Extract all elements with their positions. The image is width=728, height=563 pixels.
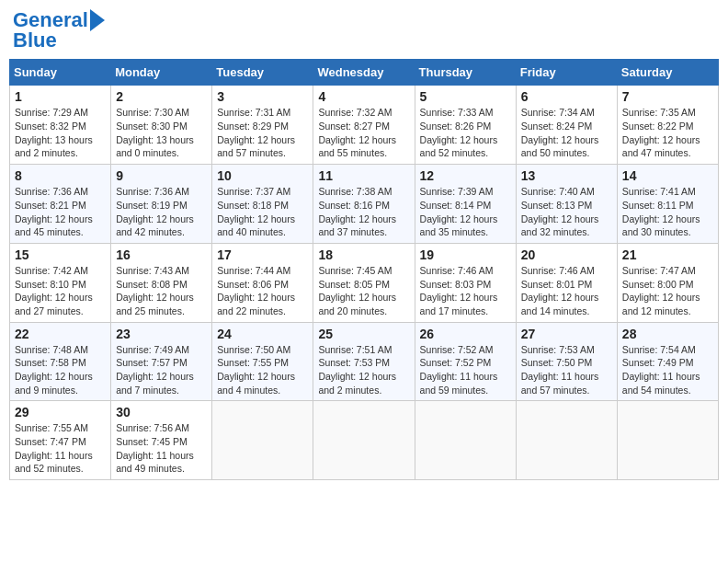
calendar-cell: 26 Sunrise: 7:52 AM Sunset: 7:52 PM Dayl… (415, 322, 516, 401)
day-number: 29 (15, 405, 106, 419)
day-number: 23 (116, 327, 207, 341)
day-number: 14 (622, 168, 713, 183)
cell-info: Sunrise: 7:48 AM Sunset: 7:58 PM Dayligh… (15, 343, 106, 397)
cell-info: Sunrise: 7:43 AM Sunset: 8:08 PM Dayligh… (116, 264, 207, 318)
day-number: 30 (116, 405, 207, 419)
day-number: 8 (15, 168, 106, 183)
page-header: General Blue (9, 9, 719, 52)
day-number: 18 (318, 247, 409, 262)
cell-info: Sunrise: 7:29 AM Sunset: 8:32 PM Dayligh… (15, 106, 106, 160)
calendar-cell: 14 Sunrise: 7:41 AM Sunset: 8:11 PM Dayl… (617, 165, 718, 244)
calendar-cell: 21 Sunrise: 7:47 AM Sunset: 8:00 PM Dayl… (617, 243, 718, 322)
cell-info: Sunrise: 7:37 AM Sunset: 8:18 PM Dayligh… (217, 185, 308, 239)
calendar-cell: 24 Sunrise: 7:50 AM Sunset: 7:55 PM Dayl… (212, 322, 313, 401)
day-number: 27 (521, 327, 612, 341)
calendar-cell: 22 Sunrise: 7:48 AM Sunset: 7:58 PM Dayl… (10, 322, 111, 401)
calendar-week-2: 8 Sunrise: 7:36 AM Sunset: 8:21 PM Dayli… (10, 165, 719, 244)
calendar-cell: 17 Sunrise: 7:44 AM Sunset: 8:06 PM Dayl… (212, 243, 313, 322)
day-number: 21 (622, 247, 713, 262)
calendar-cell: 15 Sunrise: 7:42 AM Sunset: 8:10 PM Dayl… (10, 243, 111, 322)
cell-info: Sunrise: 7:40 AM Sunset: 8:13 PM Dayligh… (521, 185, 612, 239)
cell-info: Sunrise: 7:50 AM Sunset: 7:55 PM Dayligh… (217, 343, 308, 397)
calendar-cell: 12 Sunrise: 7:39 AM Sunset: 8:14 PM Dayl… (415, 165, 516, 244)
calendar-week-4: 22 Sunrise: 7:48 AM Sunset: 7:58 PM Dayl… (10, 322, 719, 401)
calendar-cell (516, 401, 617, 480)
day-number: 17 (217, 247, 308, 262)
cell-info: Sunrise: 7:56 AM Sunset: 7:45 PM Dayligh… (116, 421, 207, 476)
calendar-week-1: 1 Sunrise: 7:29 AM Sunset: 8:32 PM Dayli… (10, 86, 719, 165)
cell-info: Sunrise: 7:55 AM Sunset: 7:47 PM Dayligh… (15, 421, 106, 476)
cell-info: Sunrise: 7:52 AM Sunset: 7:52 PM Dayligh… (420, 343, 511, 397)
logo-blue: Blue (13, 29, 105, 52)
calendar-cell: 18 Sunrise: 7:45 AM Sunset: 8:05 PM Dayl… (313, 243, 415, 322)
calendar-cell: 8 Sunrise: 7:36 AM Sunset: 8:21 PM Dayli… (10, 165, 111, 244)
calendar-cell: 2 Sunrise: 7:30 AM Sunset: 8:30 PM Dayli… (111, 86, 212, 165)
cell-info: Sunrise: 7:44 AM Sunset: 8:06 PM Dayligh… (217, 264, 308, 318)
cell-info: Sunrise: 7:32 AM Sunset: 8:27 PM Dayligh… (318, 106, 409, 160)
calendar-cell: 4 Sunrise: 7:32 AM Sunset: 8:27 PM Dayli… (313, 86, 415, 165)
day-number: 28 (622, 327, 713, 341)
day-number: 19 (420, 247, 511, 262)
day-number: 7 (622, 89, 713, 104)
cell-info: Sunrise: 7:38 AM Sunset: 8:16 PM Dayligh… (318, 185, 409, 239)
calendar-cell (313, 401, 415, 480)
calendar-cell: 29 Sunrise: 7:55 AM Sunset: 7:47 PM Dayl… (10, 401, 111, 480)
day-number: 20 (521, 247, 612, 262)
calendar-cell: 30 Sunrise: 7:56 AM Sunset: 7:45 PM Dayl… (111, 401, 212, 480)
cell-info: Sunrise: 7:39 AM Sunset: 8:14 PM Dayligh… (420, 185, 511, 239)
cell-info: Sunrise: 7:45 AM Sunset: 8:05 PM Dayligh… (318, 264, 409, 318)
calendar-cell (617, 401, 718, 480)
cell-info: Sunrise: 7:42 AM Sunset: 8:10 PM Dayligh… (15, 264, 106, 318)
day-number: 3 (217, 89, 308, 104)
day-number: 11 (318, 168, 409, 183)
calendar-cell (415, 401, 516, 480)
cell-info: Sunrise: 7:47 AM Sunset: 8:00 PM Dayligh… (622, 264, 713, 318)
day-number: 5 (420, 89, 511, 104)
calendar-cell (212, 401, 313, 480)
cell-info: Sunrise: 7:51 AM Sunset: 7:53 PM Dayligh… (318, 343, 409, 397)
column-header-friday: Friday (516, 60, 617, 86)
calendar-cell: 6 Sunrise: 7:34 AM Sunset: 8:24 PM Dayli… (516, 86, 617, 165)
day-number: 2 (116, 89, 207, 104)
calendar-cell: 16 Sunrise: 7:43 AM Sunset: 8:08 PM Dayl… (111, 243, 212, 322)
cell-info: Sunrise: 7:46 AM Sunset: 8:03 PM Dayligh… (420, 264, 511, 318)
calendar-cell: 1 Sunrise: 7:29 AM Sunset: 8:32 PM Dayli… (10, 86, 111, 165)
column-header-thursday: Thursday (415, 60, 516, 86)
day-number: 9 (116, 168, 207, 183)
day-number: 15 (15, 247, 106, 262)
calendar-week-5: 29 Sunrise: 7:55 AM Sunset: 7:47 PM Dayl… (10, 401, 719, 480)
cell-info: Sunrise: 7:41 AM Sunset: 8:11 PM Dayligh… (622, 185, 713, 239)
calendar-cell: 25 Sunrise: 7:51 AM Sunset: 7:53 PM Dayl… (313, 322, 415, 401)
calendar-cell: 5 Sunrise: 7:33 AM Sunset: 8:26 PM Dayli… (415, 86, 516, 165)
calendar-cell: 10 Sunrise: 7:37 AM Sunset: 8:18 PM Dayl… (212, 165, 313, 244)
calendar-cell: 13 Sunrise: 7:40 AM Sunset: 8:13 PM Dayl… (516, 165, 617, 244)
cell-info: Sunrise: 7:53 AM Sunset: 7:50 PM Dayligh… (521, 343, 612, 397)
logo: General Blue (13, 9, 108, 52)
cell-info: Sunrise: 7:30 AM Sunset: 8:30 PM Dayligh… (116, 106, 207, 160)
day-number: 10 (217, 168, 308, 183)
column-header-tuesday: Tuesday (212, 60, 313, 86)
column-header-sunday: Sunday (10, 60, 111, 86)
calendar-cell: 28 Sunrise: 7:54 AM Sunset: 7:49 PM Dayl… (617, 322, 718, 401)
day-number: 4 (318, 89, 409, 104)
day-number: 1 (15, 89, 106, 104)
calendar-cell: 3 Sunrise: 7:31 AM Sunset: 8:29 PM Dayli… (212, 86, 313, 165)
cell-info: Sunrise: 7:54 AM Sunset: 7:49 PM Dayligh… (622, 343, 713, 397)
calendar-cell: 19 Sunrise: 7:46 AM Sunset: 8:03 PM Dayl… (415, 243, 516, 322)
logo-arrow-icon (90, 9, 105, 31)
calendar-cell: 27 Sunrise: 7:53 AM Sunset: 7:50 PM Dayl… (516, 322, 617, 401)
day-number: 26 (420, 327, 511, 341)
column-header-wednesday: Wednesday (313, 60, 415, 86)
calendar-cell: 7 Sunrise: 7:35 AM Sunset: 8:22 PM Dayli… (617, 86, 718, 165)
day-number: 25 (318, 327, 409, 341)
cell-info: Sunrise: 7:33 AM Sunset: 8:26 PM Dayligh… (420, 106, 511, 160)
calendar-header-row: SundayMondayTuesdayWednesdayThursdayFrid… (10, 60, 719, 86)
column-header-monday: Monday (111, 60, 212, 86)
day-number: 24 (217, 327, 308, 341)
column-header-saturday: Saturday (617, 60, 718, 86)
cell-info: Sunrise: 7:31 AM Sunset: 8:29 PM Dayligh… (217, 106, 308, 160)
cell-info: Sunrise: 7:49 AM Sunset: 7:57 PM Dayligh… (116, 343, 207, 397)
cell-info: Sunrise: 7:36 AM Sunset: 8:21 PM Dayligh… (15, 185, 106, 239)
calendar-cell: 11 Sunrise: 7:38 AM Sunset: 8:16 PM Dayl… (313, 165, 415, 244)
calendar-table: SundayMondayTuesdayWednesdayThursdayFrid… (9, 59, 719, 480)
